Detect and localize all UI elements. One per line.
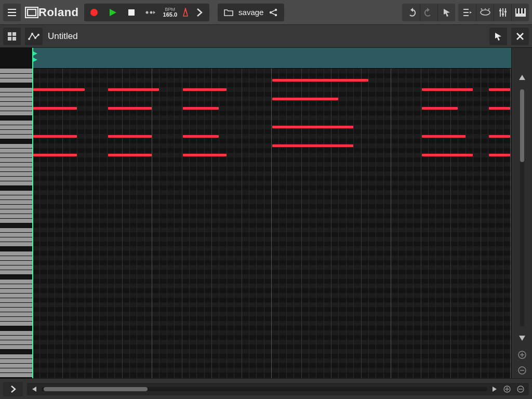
note[interactable] xyxy=(183,154,227,156)
timeline-ruler[interactable] xyxy=(32,48,511,69)
play-button[interactable] xyxy=(104,5,122,20)
bottom-bar xyxy=(0,378,532,399)
svg-rect-36 xyxy=(516,8,518,14)
svg-marker-50 xyxy=(519,75,525,80)
pattern-header: Untitled xyxy=(0,25,532,48)
svg-point-9 xyxy=(150,11,152,14)
bpm-display[interactable]: BPM 165.0 xyxy=(160,7,181,18)
vertical-scroll-panel xyxy=(511,48,532,378)
hzoom-in-button[interactable] xyxy=(502,385,512,393)
mixer-button[interactable] xyxy=(494,4,511,21)
horizontal-scrollbar[interactable] xyxy=(42,387,487,391)
note[interactable] xyxy=(108,88,159,91)
view-button[interactable] xyxy=(476,4,494,21)
playhead[interactable] xyxy=(32,48,33,378)
note[interactable] xyxy=(183,88,227,91)
note[interactable] xyxy=(272,144,353,147)
note[interactable] xyxy=(33,154,77,156)
expand-panel-button[interactable] xyxy=(3,382,23,396)
svg-rect-37 xyxy=(520,8,521,14)
brand-text: Roland xyxy=(38,6,79,19)
select-tool-button[interactable] xyxy=(489,28,507,45)
vertical-scroll-thumb[interactable] xyxy=(520,89,524,162)
note[interactable] xyxy=(33,135,77,138)
quantize-button[interactable] xyxy=(458,4,476,21)
stop-button[interactable] xyxy=(123,5,140,20)
note[interactable] xyxy=(489,135,510,138)
svg-marker-11 xyxy=(183,8,188,16)
svg-rect-41 xyxy=(8,37,11,41)
svg-rect-39 xyxy=(8,32,11,36)
share-icon xyxy=(269,8,278,17)
note[interactable] xyxy=(489,88,510,91)
project-selector[interactable]: savage xyxy=(218,4,284,21)
svg-marker-19 xyxy=(427,8,430,12)
note[interactable] xyxy=(272,126,353,128)
note[interactable] xyxy=(183,135,219,138)
note[interactable] xyxy=(489,107,510,110)
vzoom-in-button[interactable] xyxy=(512,347,532,363)
note[interactable] xyxy=(489,154,510,156)
svg-point-43 xyxy=(28,38,30,40)
note[interactable] xyxy=(422,88,473,91)
transport-controls: BPM 165.0 xyxy=(84,4,210,21)
piano-key-gutter[interactable] xyxy=(0,48,32,378)
record-button[interactable] xyxy=(85,5,103,20)
pointer-tool-button[interactable] xyxy=(437,4,455,21)
top-toolbar: Roland BPM 165.0 savage xyxy=(0,0,532,25)
project-name: savage xyxy=(238,8,263,17)
svg-rect-38 xyxy=(523,8,524,14)
close-button[interactable] xyxy=(511,28,529,45)
pattern-title: Untitled xyxy=(48,31,78,42)
note[interactable] xyxy=(422,135,466,138)
note[interactable] xyxy=(272,79,368,82)
svg-line-28 xyxy=(488,8,489,10)
vertical-scrollbar[interactable] xyxy=(520,89,524,326)
svg-rect-4 xyxy=(28,9,36,16)
brand-logo: Roland xyxy=(24,4,81,21)
svg-line-26 xyxy=(481,8,482,10)
note[interactable] xyxy=(422,107,458,110)
svg-line-16 xyxy=(272,10,275,12)
note[interactable] xyxy=(422,154,473,156)
svg-marker-18 xyxy=(410,8,413,12)
svg-marker-10 xyxy=(153,11,155,14)
vzoom-out-button[interactable] xyxy=(512,363,532,378)
hscroll-left-button[interactable] xyxy=(30,386,38,392)
menu-button[interactable] xyxy=(3,4,21,21)
svg-rect-40 xyxy=(12,32,16,36)
horizontal-scroll-thumb[interactable] xyxy=(44,387,148,391)
metronome-icon[interactable] xyxy=(181,8,190,17)
note[interactable] xyxy=(33,88,85,91)
bpm-value: 165.0 xyxy=(163,12,178,18)
redo-button[interactable] xyxy=(420,4,437,21)
svg-point-14 xyxy=(275,8,277,10)
roland-mark-icon xyxy=(25,7,38,18)
piano-roll-workspace xyxy=(0,48,532,378)
note[interactable] xyxy=(272,98,338,100)
undo-button[interactable] xyxy=(402,4,420,21)
note[interactable] xyxy=(33,107,77,110)
svg-marker-58 xyxy=(493,387,497,392)
svg-rect-33 xyxy=(502,14,504,15)
note[interactable] xyxy=(108,135,152,138)
scroll-up-button[interactable] xyxy=(512,69,532,86)
hscroll-right-button[interactable] xyxy=(490,386,499,392)
note-grid[interactable] xyxy=(32,48,511,378)
note[interactable] xyxy=(183,107,219,110)
svg-rect-7 xyxy=(128,9,135,16)
svg-marker-6 xyxy=(110,9,116,16)
hzoom-out-button[interactable] xyxy=(515,385,526,393)
svg-marker-51 xyxy=(519,336,525,341)
grid-view-button[interactable] xyxy=(3,28,21,45)
horizontal-scroll-panel xyxy=(27,383,529,395)
svg-point-5 xyxy=(90,9,98,16)
scroll-down-button[interactable] xyxy=(512,329,532,347)
automation-button[interactable] xyxy=(25,28,43,45)
step-button[interactable] xyxy=(141,5,159,20)
svg-rect-32 xyxy=(499,10,501,11)
next-button[interactable] xyxy=(191,5,208,20)
note[interactable] xyxy=(108,154,152,156)
keyboard-button[interactable] xyxy=(511,4,529,21)
note[interactable] xyxy=(108,107,152,110)
